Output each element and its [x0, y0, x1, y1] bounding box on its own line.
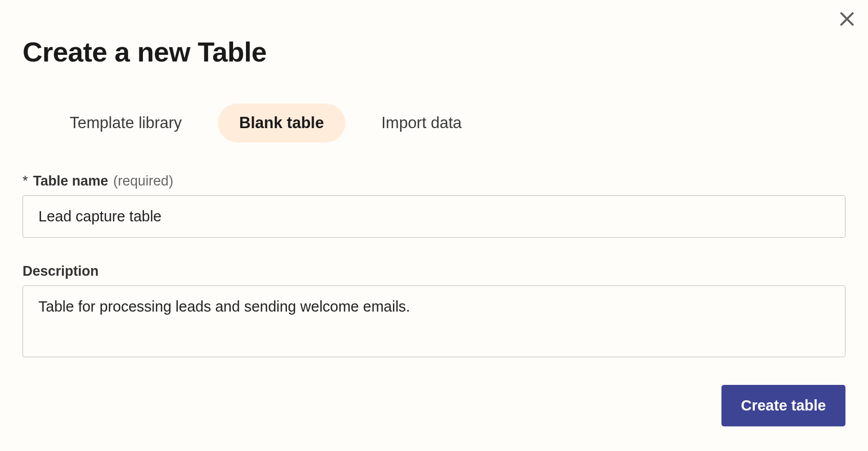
close-icon: [837, 9, 857, 31]
table-name-label: Table name: [33, 173, 109, 189]
table-name-label-row: * Table name (required): [23, 173, 845, 189]
table-name-input[interactable]: [23, 195, 845, 238]
tab-list: Template library Blank table Import data: [23, 104, 845, 142]
description-group: Description Table for processing leads a…: [23, 263, 845, 359]
create-table-modal: Create a new Table Template library Blan…: [0, 0, 868, 449]
required-asterisk: *: [23, 173, 28, 189]
table-name-group: * Table name (required): [23, 173, 845, 238]
description-label: Description: [23, 263, 99, 279]
modal-footer: Create table: [23, 385, 845, 426]
description-input[interactable]: Table for processing leads and sending w…: [23, 285, 845, 357]
tab-template-library[interactable]: Template library: [48, 104, 203, 142]
close-button[interactable]: [837, 9, 857, 31]
modal-title: Create a new Table: [23, 36, 845, 68]
tab-import-data[interactable]: Import data: [360, 104, 483, 142]
create-table-button[interactable]: Create table: [721, 385, 845, 426]
tab-blank-table[interactable]: Blank table: [218, 104, 345, 142]
required-hint: (required): [113, 173, 173, 189]
description-label-row: Description: [23, 263, 845, 279]
